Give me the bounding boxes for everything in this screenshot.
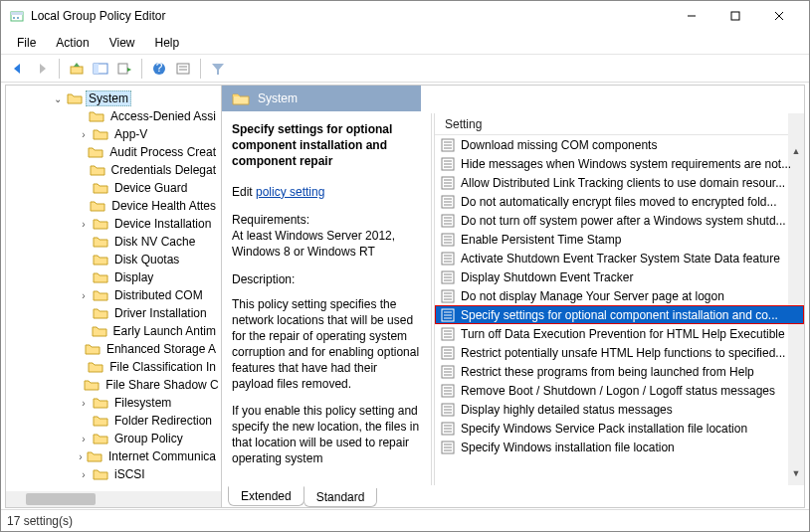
- tree-item[interactable]: ›Display: [8, 268, 219, 286]
- back-button[interactable]: [7, 58, 29, 80]
- chevron-right-icon[interactable]: ›: [78, 219, 90, 230]
- tree-item[interactable]: ›Disk NV Cache: [8, 233, 219, 251]
- close-button[interactable]: [757, 1, 801, 31]
- menu-help[interactable]: Help: [145, 34, 190, 52]
- tree-item[interactable]: ›Device Guard: [8, 179, 219, 197]
- app-icon: [9, 8, 25, 24]
- tab-extended[interactable]: Extended: [228, 486, 304, 506]
- list-item[interactable]: Display Shutdown Event Tracker: [435, 267, 804, 286]
- list-item-label: Specify Windows Service Pack installatio…: [461, 422, 747, 436]
- minimize-button[interactable]: [670, 1, 713, 31]
- forward-button[interactable]: [31, 58, 53, 80]
- tree-item[interactable]: ›Disk Quotas: [8, 251, 219, 268]
- list-item[interactable]: Enable Persistent Time Stamp: [435, 230, 804, 249]
- list-item[interactable]: Hide messages when Windows system requir…: [435, 154, 804, 173]
- menu-view[interactable]: View: [100, 34, 145, 52]
- policy-icon: [441, 365, 455, 379]
- chevron-right-icon[interactable]: ›: [78, 469, 90, 480]
- list-item-label: Hide messages when Windows system requir…: [461, 157, 791, 171]
- tree-horizontal-scrollbar[interactable]: [6, 491, 221, 507]
- list-item[interactable]: Do not display Manage Your Server page a…: [435, 286, 804, 305]
- svg-marker-33: [94, 291, 107, 300]
- tree-item[interactable]: ›Access-Denied Assi: [8, 107, 219, 125]
- list-item[interactable]: Remove Boot / Shutdown / Logon / Logoff …: [435, 381, 804, 400]
- tree-item[interactable]: ›Filesystem: [8, 394, 219, 412]
- tree-item-system[interactable]: ⌄System: [8, 89, 219, 107]
- tree-item[interactable]: ›Group Policy: [8, 430, 219, 447]
- tree-item-label: Device Installation: [111, 216, 214, 232]
- menu-action[interactable]: Action: [46, 34, 99, 52]
- list-item-label: Download missing COM components: [461, 138, 657, 152]
- setting-title: Specify settings for optional component …: [232, 121, 421, 170]
- folder-icon: [90, 199, 105, 213]
- tab-standard[interactable]: Standard: [304, 488, 378, 507]
- requirements-block: Requirements: At least Windows Server 20…: [232, 212, 421, 261]
- edit-policy-link[interactable]: policy setting: [256, 185, 324, 199]
- svg-marker-22: [68, 94, 82, 103]
- tree-item-label: File Classification In: [106, 359, 219, 375]
- list-item-label: Remove Boot / Shutdown / Logon / Logoff …: [461, 384, 775, 398]
- svg-rect-5: [731, 12, 739, 20]
- chevron-right-icon[interactable]: ›: [78, 434, 90, 444]
- up-button[interactable]: [66, 58, 88, 80]
- description-block: Description: This policy setting specifi…: [232, 271, 421, 466]
- policy-icon: [441, 327, 455, 341]
- tree-item[interactable]: ›Enhanced Storage A: [8, 340, 219, 358]
- folder-icon: [93, 217, 108, 231]
- list-item[interactable]: Restrict potentially unsafe HTML Help fu…: [435, 343, 804, 362]
- list-item[interactable]: Activate Shutdown Event Tracker System S…: [435, 249, 804, 267]
- svg-marker-21: [212, 64, 224, 75]
- policy-icon: [441, 195, 455, 209]
- list-item[interactable]: Turn off Data Execution Prevention for H…: [435, 324, 804, 343]
- menu-file[interactable]: File: [7, 34, 46, 52]
- tree-item[interactable]: ›Internet Communica: [8, 447, 219, 465]
- svg-marker-24: [94, 130, 107, 139]
- list-item[interactable]: Specify settings for optional component …: [435, 305, 804, 324]
- tree-item[interactable]: ›iSCSI: [8, 465, 219, 483]
- help-button[interactable]: ?: [148, 58, 170, 80]
- maximize-button[interactable]: [713, 1, 757, 31]
- tree-item[interactable]: ›File Share Shadow C: [8, 376, 219, 394]
- tree-item-label: Group Policy: [111, 431, 186, 446]
- list-item[interactable]: Do not turn off system power after a Win…: [435, 211, 804, 230]
- folder-icon: [92, 324, 107, 338]
- properties-button[interactable]: [172, 58, 194, 80]
- folder-icon: [93, 396, 108, 410]
- svg-point-2: [13, 17, 15, 19]
- svg-marker-41: [94, 435, 107, 443]
- list-item[interactable]: Download missing COM components: [435, 135, 804, 154]
- tree-item[interactable]: ›Device Health Attes: [8, 197, 219, 215]
- list-item[interactable]: Specify Windows Service Pack installatio…: [435, 419, 804, 438]
- list-item-label: Enable Persistent Time Stamp: [461, 233, 621, 247]
- policy-icon: [441, 346, 455, 360]
- export-list-button[interactable]: [113, 58, 135, 80]
- tree-item[interactable]: ›Driver Installation: [8, 304, 219, 322]
- list-column-header[interactable]: Setting: [435, 113, 804, 135]
- list-item[interactable]: Display highly detailed status messages: [435, 400, 804, 419]
- chevron-right-icon[interactable]: ›: [78, 398, 90, 409]
- chevron-right-icon[interactable]: ›: [78, 129, 90, 140]
- svg-marker-37: [89, 363, 102, 372]
- list-item[interactable]: Do not automatically encrypt files moved…: [435, 192, 804, 211]
- tree-item[interactable]: ›Distributed COM: [8, 286, 219, 304]
- tree-item[interactable]: ›Device Installation: [8, 215, 219, 233]
- list-item-label: Restrict these programs from being launc…: [461, 365, 754, 379]
- show-hide-tree-button[interactable]: [90, 58, 111, 80]
- chevron-right-icon[interactable]: ›: [78, 451, 84, 462]
- tree-item[interactable]: ›Early Launch Antim: [8, 322, 219, 340]
- tree-item[interactable]: ›Folder Redirection: [8, 412, 219, 430]
- list-item[interactable]: Allow Distributed Link Tracking clients …: [435, 173, 804, 192]
- tree-item[interactable]: ›File Classification In: [8, 358, 219, 376]
- list-item-label: Turn off Data Execution Prevention for H…: [461, 327, 785, 341]
- list-item-label: Activate Shutdown Event Tracker System S…: [461, 252, 780, 266]
- folder-icon: [90, 163, 105, 177]
- list-item[interactable]: Specify Windows installation file locati…: [435, 438, 804, 456]
- list-item[interactable]: Restrict these programs from being launc…: [435, 362, 804, 381]
- tree-item[interactable]: ›App-V: [8, 125, 219, 143]
- svg-rect-14: [118, 64, 127, 74]
- chevron-right-icon[interactable]: ›: [78, 290, 90, 301]
- tree-item[interactable]: ›Credentials Delegat: [8, 161, 219, 179]
- chevron-down-icon[interactable]: ⌄: [52, 93, 64, 104]
- filter-button[interactable]: [207, 58, 229, 80]
- tree-item[interactable]: ›Audit Process Creat: [8, 143, 219, 161]
